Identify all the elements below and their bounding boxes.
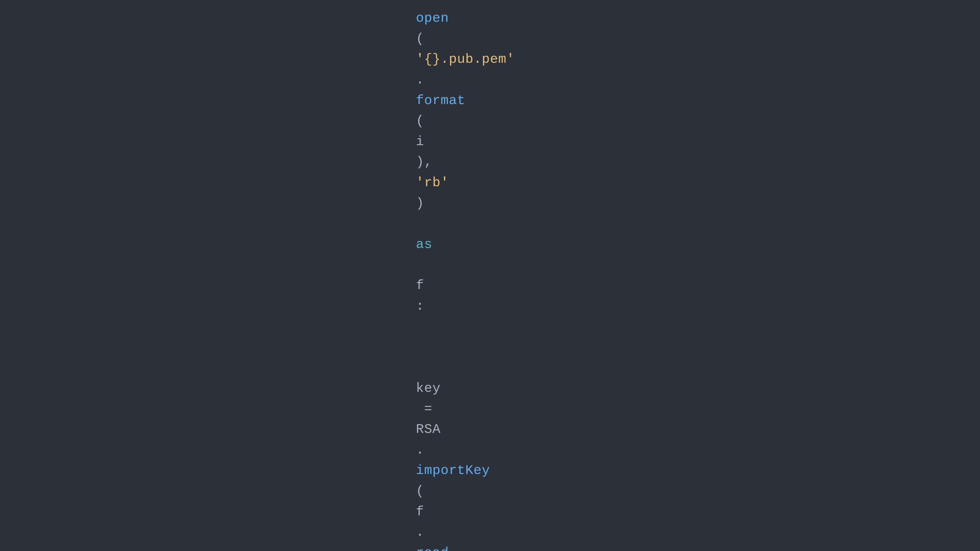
keyword-as1: as xyxy=(416,237,433,252)
code-block: #!/usr/bin/env python3 from Crypto.Publi… xyxy=(358,0,622,551)
var-i2: i xyxy=(416,134,424,149)
var-f1: f xyxy=(416,278,424,293)
func-read: read xyxy=(416,545,449,551)
var-f2: f xyxy=(416,504,424,519)
var-key: key xyxy=(416,381,441,396)
func-importkey: importKey xyxy=(416,463,490,478)
str-pub-pem: '{}.pub.pem' xyxy=(416,52,515,67)
name-rsa2: RSA xyxy=(416,422,441,437)
func-open1: open xyxy=(416,11,449,26)
line-key: key = RSA . importKey ( f . read ()) xyxy=(383,337,597,551)
line-with1: with open ( '{}.pub.pem' . format ( i ),… xyxy=(383,0,597,337)
str-rb: 'rb' xyxy=(416,175,449,190)
func-format1: format xyxy=(416,93,465,108)
